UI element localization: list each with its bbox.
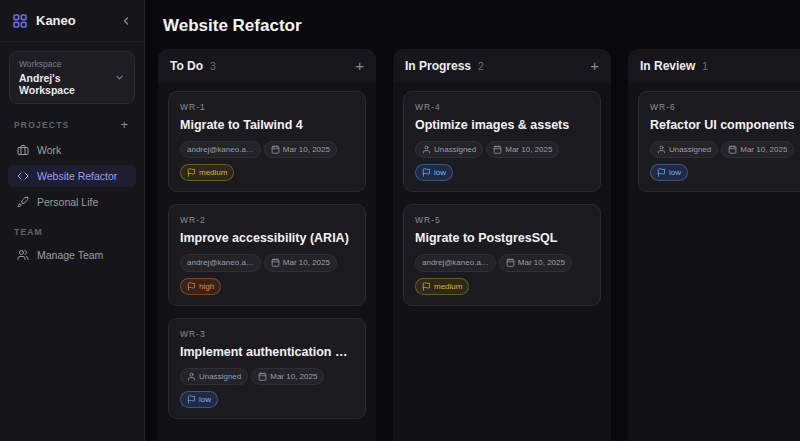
due-date-text: Mar 10, 2025: [283, 257, 330, 268]
code-icon: [17, 170, 29, 182]
sidebar-item-manage-team[interactable]: Manage Team: [8, 244, 136, 266]
due-date-text: Mar 10, 2025: [505, 144, 552, 155]
due-date-text: Mar 10, 2025: [283, 144, 330, 155]
calendar-icon: [728, 145, 737, 154]
column-header: In Review 1 +: [628, 49, 800, 83]
task-card[interactable]: WR-5 Migrate to PostgresSQL andrej@kaneo…: [403, 204, 601, 305]
task-card[interactable]: WR-3 Implement authentication … Unassign…: [168, 318, 366, 419]
task-meta: andrej@kaneo.a… Mar 10, 2025 medium: [180, 141, 354, 181]
team-heading: TEAM: [14, 227, 43, 237]
workspace-selector[interactable]: Workspace Andrej's Workspace: [9, 51, 135, 104]
task-title: Migrate to PostgresSQL: [415, 231, 589, 245]
priority-pill: medium: [415, 278, 469, 295]
sidebar: Kaneo Workspace Andrej's Workspace PROJE…: [0, 0, 145, 441]
sidebar-item-personal-life[interactable]: Personal Life: [8, 191, 136, 213]
due-date-pill: Mar 10, 2025: [721, 141, 794, 158]
workspace-label: Workspace: [19, 59, 114, 69]
assignee-pill: Unassigned: [415, 141, 483, 158]
due-date-pill: Mar 10, 2025: [486, 141, 559, 158]
board: To Do 3 + WR-1 Migrate to Tailwind 4 and…: [145, 49, 800, 441]
chevron-left-icon: [120, 15, 132, 27]
task-card[interactable]: WR-6 Refactor UI components Unassigned M…: [638, 91, 800, 192]
column-to-do: To Do 3 + WR-1 Migrate to Tailwind 4 and…: [158, 49, 376, 441]
task-id: WR-4: [415, 102, 589, 112]
assignee-pill: Unassigned: [180, 368, 248, 385]
sidebar-header: Kaneo: [0, 0, 144, 42]
column-name: In Review: [640, 59, 695, 73]
due-date-pill: Mar 10, 2025: [264, 141, 337, 158]
add-project-button[interactable]: +: [118, 118, 130, 132]
priority-pill: medium: [180, 164, 234, 181]
priority-pill: low: [650, 164, 688, 181]
flag-icon: [657, 168, 666, 177]
task-card[interactable]: WR-2 Improve accessibility (ARIA) andrej…: [168, 204, 366, 305]
priority-pill: low: [180, 391, 218, 408]
add-task-button[interactable]: +: [355, 60, 364, 72]
sidebar-item-label: Work: [37, 144, 61, 156]
task-meta: andrej@kaneo.a… Mar 10, 2025 medium: [415, 254, 589, 294]
sidebar-item-website-refactor[interactable]: Website Refactor: [8, 165, 136, 187]
app-window: Kaneo Workspace Andrej's Workspace PROJE…: [0, 0, 800, 441]
sidebar-collapse-button[interactable]: [120, 15, 132, 27]
assignee-text: Unassigned: [669, 144, 711, 155]
user-icon: [422, 145, 431, 154]
priority-text: medium: [434, 281, 462, 292]
column-name: To Do: [170, 59, 203, 73]
assignee-text: andrej@kaneo.a…: [187, 144, 254, 155]
sidebar-item-work[interactable]: Work: [8, 139, 136, 161]
priority-text: low: [199, 394, 211, 405]
task-id: WR-2: [180, 215, 354, 225]
flag-icon: [422, 168, 431, 177]
column-in-review: In Review 1 + WR-6 Refactor UI component…: [628, 49, 800, 441]
sidebar-item-label: Website Refactor: [37, 170, 117, 182]
main-content: Website Refactor To Do 3 + WR-1 Migrate …: [145, 0, 800, 441]
task-title: Migrate to Tailwind 4: [180, 118, 354, 132]
calendar-icon: [493, 145, 502, 154]
projects-heading: PROJECTS: [14, 120, 69, 130]
page-title: Website Refactor: [145, 0, 800, 49]
task-title: Improve accessibility (ARIA): [180, 231, 354, 245]
column-header: In Progress 2 +: [393, 49, 611, 83]
task-title: Optimize images & assets: [415, 118, 589, 132]
assignee-pill: Unassigned: [650, 141, 718, 158]
priority-text: medium: [199, 167, 227, 178]
flag-icon: [187, 395, 196, 404]
task-card[interactable]: WR-4 Optimize images & assets Unassigned…: [403, 91, 601, 192]
column-count: 2: [478, 60, 484, 72]
due-date-pill: Mar 10, 2025: [251, 368, 324, 385]
priority-pill: high: [180, 278, 221, 295]
assignee-text: andrej@kaneo.a…: [422, 257, 489, 268]
sidebar-item-label: Personal Life: [37, 196, 98, 208]
kaneo-logo-icon: [12, 13, 28, 29]
flag-icon: [422, 282, 431, 291]
assignee-text: Unassigned: [199, 371, 241, 382]
assignee-pill: andrej@kaneo.a…: [180, 141, 261, 158]
column-header: To Do 3 +: [158, 49, 376, 83]
task-id: WR-3: [180, 329, 354, 339]
calendar-icon: [271, 258, 280, 267]
column-count: 3: [210, 60, 216, 72]
column-in-progress: In Progress 2 + WR-4 Optimize images & a…: [393, 49, 611, 441]
task-id: WR-6: [650, 102, 800, 112]
priority-text: low: [669, 167, 681, 178]
priority-pill: low: [415, 164, 453, 181]
workspace-value: Andrej's Workspace: [19, 72, 114, 96]
users-icon: [17, 249, 29, 261]
task-meta: Unassigned Mar 10, 2025 low: [415, 141, 589, 181]
user-icon: [187, 372, 196, 381]
task-title: Refactor UI components: [650, 118, 800, 132]
due-date-text: Mar 10, 2025: [270, 371, 317, 382]
task-card[interactable]: WR-1 Migrate to Tailwind 4 andrej@kaneo.…: [168, 91, 366, 192]
assignee-text: andrej@kaneo.a…: [187, 257, 254, 268]
app-name: Kaneo: [36, 13, 112, 28]
assignee-pill: andrej@kaneo.a…: [180, 254, 261, 271]
add-task-button[interactable]: +: [590, 60, 599, 72]
briefcase-icon: [17, 144, 29, 156]
task-meta: andrej@kaneo.a… Mar 10, 2025 high: [180, 254, 354, 294]
calendar-icon: [271, 145, 280, 154]
flag-icon: [187, 282, 196, 291]
column-count: 1: [702, 60, 708, 72]
flag-icon: [187, 168, 196, 177]
priority-text: low: [434, 167, 446, 178]
column-body: WR-1 Migrate to Tailwind 4 andrej@kaneo.…: [158, 83, 376, 427]
